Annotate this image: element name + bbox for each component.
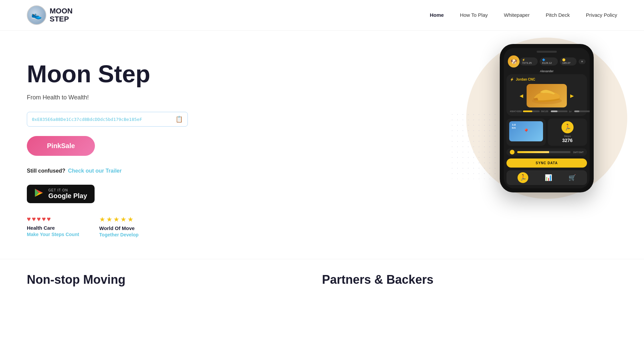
phone-stats-bars: 468474360 68/100 Lv bbox=[510, 110, 584, 112]
stat-bar-address: 468474360 68/100 Lv bbox=[510, 110, 590, 112]
stars-health: ♥ ♥ ♥ ♥ ♥ bbox=[27, 215, 79, 223]
phone-user-name: Alexander bbox=[504, 70, 590, 73]
hero-right: 🐶 ⚡ 7273.25 🔷 8128.12 🟡 185.07 ✕ Alexand… bbox=[476, 44, 617, 192]
hero-title: Moon Step bbox=[27, 61, 215, 87]
shoe-image bbox=[527, 84, 567, 107]
stat-pill-3: 🟡 185.07 bbox=[560, 57, 577, 65]
trailer-link[interactable]: Check out our Trailer bbox=[68, 168, 122, 174]
phone-header: 🐶 ⚡ 7273.25 🔷 8128.12 🟡 185.07 ✕ bbox=[504, 54, 590, 70]
contract-box: 0xE835E6a88De1Cc37cd8BdcDDdc5bd179cBe185… bbox=[27, 112, 188, 127]
shoe-next-arrow[interactable]: ▶ bbox=[570, 93, 574, 98]
map-pin-icon: 📍 bbox=[523, 128, 530, 135]
contract-address: 0xE835E6a88De1Cc37cd8BdcDDdc5bd179cBe185… bbox=[32, 117, 172, 122]
phone-shoe-title: ⚡ Jordan CNC bbox=[510, 78, 584, 81]
smt-fill bbox=[517, 151, 549, 153]
reviews-row: ♥ ♥ ♥ ♥ ♥ Health Care Make Your Steps Co… bbox=[27, 215, 215, 237]
phone-shoe-card: ⚡ Jordan CNC ◀ bbox=[506, 74, 587, 116]
pinksale-button[interactable]: PinkSale bbox=[27, 136, 95, 156]
nav-how-to-play[interactable]: How To Play bbox=[460, 12, 488, 18]
stat-pill-close[interactable]: ✕ bbox=[579, 59, 586, 64]
star-w2: ★ bbox=[106, 215, 112, 223]
smt-bar: SMT/SMT bbox=[506, 148, 587, 156]
star-3: ♥ bbox=[37, 215, 41, 223]
smt-track bbox=[517, 151, 571, 153]
review-world-title: World Of Move bbox=[99, 225, 139, 231]
steps-card: 🏃 Steps 3276 bbox=[548, 119, 587, 146]
star-w3: ★ bbox=[113, 215, 119, 223]
google-play-text: GET IT ON Google Play bbox=[48, 188, 87, 200]
nav-leaderboard-icon[interactable]: 📊 bbox=[545, 174, 552, 181]
smt-dot bbox=[510, 150, 515, 154]
steps-icon: 🏃 bbox=[561, 121, 574, 133]
logo[interactable]: 👟 MOON STEP bbox=[27, 5, 72, 25]
hero-subtitle: From Health to Wealth! bbox=[27, 94, 215, 101]
star-2: ♥ bbox=[32, 215, 36, 223]
smt-label: SMT/SMT bbox=[573, 151, 584, 153]
review-health-care: ♥ ♥ ♥ ♥ ♥ Health Care Make Your Steps Co… bbox=[27, 215, 79, 237]
logo-text: MOON STEP bbox=[50, 7, 72, 23]
phone-mockup: 🐶 ⚡ 7273.25 🔷 8128.12 🟡 185.07 ✕ Alexand… bbox=[500, 44, 594, 192]
shoe-nav-row: ◀ ▶ bbox=[510, 84, 584, 107]
copy-icon[interactable]: 📋 bbox=[175, 116, 183, 123]
stat-pill-2: 🔷 8128.12 bbox=[540, 57, 558, 65]
phone-screen: 🐶 ⚡ 7273.25 🔷 8128.12 🟡 185.07 ✕ Alexand… bbox=[504, 48, 590, 188]
review-world-move: ★ ★ ★ ★ ★ World Of Move Together Develop bbox=[99, 215, 139, 237]
navbar: 👟 MOON STEP Home How To Play Whitepaper … bbox=[0, 0, 644, 31]
sync-button[interactable]: SYNC DATA bbox=[506, 159, 587, 168]
shoe-prev-arrow[interactable]: ◀ bbox=[520, 93, 523, 98]
stat-pill-1: ⚡ 7273.25 bbox=[520, 57, 538, 65]
trailer-row: Still confused? Check out our Trailer bbox=[27, 168, 215, 174]
map-display: 3.8km 📍 bbox=[509, 121, 543, 141]
google-play-button-wrapper[interactable]: GET IT ON Google Play bbox=[27, 185, 215, 215]
still-confused-text: Still confused? bbox=[27, 168, 65, 174]
phone-cards-row: 3.8km 📍 🏃 Steps 3276 bbox=[506, 119, 587, 146]
logo-icon: 👟 bbox=[27, 5, 46, 25]
google-play-icon bbox=[34, 188, 44, 200]
nav-cart-icon[interactable]: 🛒 bbox=[569, 174, 576, 181]
section-partners-title: Partners & Backers bbox=[322, 273, 617, 287]
phone-notch-row bbox=[504, 48, 590, 54]
map-km: 3.8km bbox=[512, 123, 516, 129]
star-w5: ★ bbox=[127, 215, 133, 223]
nav-run-icon[interactable]: 🏃 bbox=[518, 172, 528, 183]
steps-count: 3276 bbox=[550, 138, 584, 143]
section-moving: Non-stop Moving bbox=[27, 273, 322, 287]
nav-pitch-deck[interactable]: Pitch Deck bbox=[546, 12, 570, 18]
hero-left: Moon Step From Health to Wealth! 0xE835E… bbox=[27, 51, 215, 237]
google-play-button[interactable]: GET IT ON Google Play bbox=[27, 185, 95, 203]
nav-links: Home How To Play Whitepaper Pitch Deck P… bbox=[430, 12, 617, 18]
phone-stats: ⚡ 7273.25 🔷 8128.12 🟡 185.07 ✕ bbox=[520, 57, 586, 65]
review-health-sub: Make Your Steps Count bbox=[27, 232, 79, 237]
hero-section: Moon Step From Health to Wealth! 0xE835E… bbox=[0, 31, 644, 259]
review-world-sub: Together Develop bbox=[99, 232, 139, 237]
star-5: ♥ bbox=[47, 215, 51, 223]
star-1: ♥ bbox=[27, 215, 31, 223]
phone-notch bbox=[537, 51, 557, 53]
steps-label: Steps bbox=[550, 135, 584, 138]
phone-bottom-nav: 🏃 📊 🛒 bbox=[506, 170, 587, 185]
map-card: 3.8km 📍 bbox=[506, 119, 546, 146]
stars-world: ★ ★ ★ ★ ★ bbox=[99, 215, 139, 223]
nav-whitepaper[interactable]: Whitepaper bbox=[504, 12, 530, 18]
nav-home[interactable]: Home bbox=[430, 12, 444, 18]
sections-row: Non-stop Moving Partners & Backers bbox=[0, 259, 644, 300]
star-4: ♥ bbox=[42, 215, 46, 223]
section-partners: Partners & Backers bbox=[322, 273, 617, 287]
review-health-title: Health Care bbox=[27, 225, 79, 231]
nav-privacy-policy[interactable]: Privacy Policy bbox=[586, 12, 617, 18]
section-moving-title: Non-stop Moving bbox=[27, 273, 322, 287]
star-w1: ★ bbox=[99, 215, 105, 223]
star-w4: ★ bbox=[120, 215, 126, 223]
phone-avatar: 🐶 bbox=[508, 55, 520, 67]
